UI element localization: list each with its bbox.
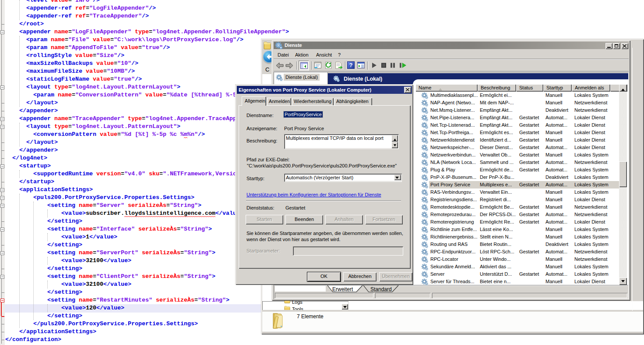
svg-text:Standard: Standard bbox=[370, 286, 392, 292]
svg-text:Erweitert: Erweitert bbox=[332, 286, 353, 292]
